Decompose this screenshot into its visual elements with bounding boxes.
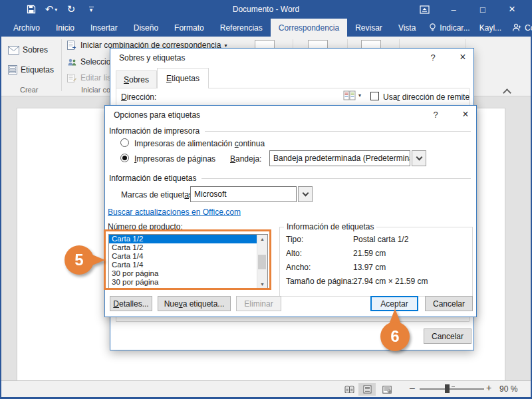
- dropdown-button[interactable]: [298, 186, 313, 202]
- tab-sobres[interactable]: Sobres: [116, 70, 157, 88]
- address-book-dropdown[interactable]: ▾: [343, 90, 361, 100]
- bandeja-combobox[interactable]: Bandeja predeterminada (Predeterminado): [269, 150, 426, 166]
- cancelar-button[interactable]: Cancelar: [425, 296, 473, 311]
- zoom-slider-track[interactable]: [420, 388, 484, 390]
- zoom-level[interactable]: 90 %: [499, 384, 517, 394]
- marcas-value: Microsoft: [190, 186, 297, 202]
- office-updates-link[interactable]: Buscar actualizaciones en Office.com: [108, 207, 241, 217]
- close-button[interactable]: ×: [497, 0, 527, 19]
- zoom-slider-thumb[interactable]: [445, 384, 450, 393]
- radio-impresoras-paginas[interactable]: [120, 154, 129, 162]
- address-book-icon: [343, 90, 356, 100]
- zoom-slider-tick: [452, 386, 455, 387]
- tellme-button[interactable]: Indicar...: [424, 19, 475, 37]
- etiquetas-button[interactable]: Etiquetas: [8, 65, 54, 74]
- editar-lista-label: Editar lis: [80, 73, 111, 82]
- tab-inicio[interactable]: Inicio: [48, 19, 82, 37]
- print-layout-icon[interactable]: [358, 383, 376, 396]
- eliminar-button[interactable]: Eliminar: [236, 296, 281, 311]
- bandeja-value: Bandeja predeterminada (Predeterminado): [269, 150, 410, 166]
- info-row-alto: Alto:21.59 cm: [286, 249, 386, 258]
- ribbon-divider: [61, 39, 62, 91]
- tab-vista[interactable]: Vista: [390, 19, 424, 37]
- radio-continua-label: Impresoras de alimentación continua: [134, 139, 265, 148]
- dialog-title: Opciones para etiquetas: [114, 110, 200, 120]
- group-crear-label: Crear: [20, 86, 39, 94]
- close-dialog-button[interactable]: ×: [456, 51, 470, 63]
- lightbulb-icon: [429, 23, 436, 32]
- tab-referencias[interactable]: Referencias: [212, 19, 271, 37]
- tellme-label: Indicar...: [440, 23, 469, 33]
- person-plus-icon: [512, 23, 521, 32]
- read-mode-icon[interactable]: [340, 383, 358, 396]
- tab-archivo[interactable]: Archivo: [5, 19, 48, 37]
- minimize-button[interactable]: –: [439, 0, 468, 19]
- maximize-button[interactable]: □: [468, 0, 497, 19]
- edit-list-icon: [67, 74, 77, 82]
- info-row-tipo: Tipo:Postal carta 1/2: [286, 235, 408, 244]
- usar-remite-label: Usar dirección de remite: [383, 92, 469, 102]
- highlight-box-product-list: [104, 229, 271, 290]
- collapse-ribbon-icon[interactable]: [503, 88, 511, 97]
- cancel-button-dialog1[interactable]: Cancelar: [424, 329, 471, 344]
- status-bar: – + 90 %: [1, 380, 531, 397]
- tab-insertar[interactable]: Insertar: [82, 19, 126, 37]
- user-name[interactable]: Kayl...: [475, 19, 505, 37]
- seleccionar-destinatarios-button[interactable]: Seleccio: [67, 57, 110, 66]
- save-icon[interactable]: [21, 1, 41, 17]
- marcas-label: Marcas de etiquetas:: [121, 190, 195, 200]
- chevron-down-icon: ▾: [358, 92, 361, 98]
- editar-lista-button[interactable]: Editar lis: [67, 73, 111, 82]
- tab-correspondencia[interactable]: Correspondencia: [271, 19, 347, 37]
- detalles-button[interactable]: Detalles...: [110, 296, 152, 311]
- redo-button[interactable]: ↻: [61, 1, 81, 17]
- help-button[interactable]: ?: [426, 51, 440, 63]
- sobres-label: Sobres: [23, 45, 48, 55]
- radio-impresoras-continua[interactable]: [120, 138, 129, 147]
- chevron-down-icon: [416, 154, 422, 160]
- web-layout-icon[interactable]: [378, 383, 396, 396]
- ribbon-display-options-icon[interactable]: [410, 0, 439, 19]
- etiquetas-label: Etiquetas: [21, 65, 54, 74]
- tab-diseno[interactable]: Diseño: [126, 19, 166, 37]
- title-bar: ↶▾ ↻ ▾ Documento - Word – □ ×: [1, 0, 531, 19]
- group-merge-label: Iniciar co: [81, 86, 110, 94]
- label-info-title: Información de etiquetas: [284, 222, 376, 231]
- mail-merge-icon: [67, 41, 77, 50]
- qat-customize-button[interactable]: ▾: [81, 1, 101, 17]
- label-info-groupbox: Información de etiquetas Tipo:Postal car…: [279, 227, 473, 297]
- undo-button[interactable]: ↶▾: [41, 1, 61, 17]
- labels-icon: [8, 65, 17, 74]
- qat-caret-icon: ▾: [90, 9, 93, 12]
- chevron-down-icon: [302, 190, 309, 196]
- tab-formato[interactable]: Formato: [166, 19, 212, 37]
- share-button[interactable]: Compartir: [505, 19, 532, 37]
- info-row-ancho: Ancho:13.97 cm: [286, 263, 386, 272]
- usar-remite-checkbox[interactable]: [370, 92, 379, 100]
- sobres-button[interactable]: Sobres: [8, 45, 48, 55]
- svg-text:5: 5: [74, 251, 83, 269]
- svg-text:6: 6: [390, 327, 399, 345]
- close-dialog-button[interactable]: ×: [458, 108, 473, 120]
- marcas-combobox[interactable]: Microsoft: [190, 186, 313, 202]
- share-label: Compartir: [525, 23, 532, 33]
- tab-etiquetas[interactable]: Etiquetas: [157, 68, 209, 88]
- help-button[interactable]: ?: [428, 108, 443, 120]
- zoom-in-button[interactable]: +: [486, 382, 491, 393]
- zoom-out-button[interactable]: –: [410, 382, 415, 393]
- tab-revisar[interactable]: Revisar: [347, 19, 390, 37]
- callout-step-6: 6: [376, 306, 414, 352]
- bandeja-label: Bandeja:: [230, 154, 261, 164]
- radio-paginas-label: Impresoras de páginas: [134, 154, 215, 164]
- word-window: ↶▾ ↻ ▾ Documento - Word – □ × Archivo In…: [0, 0, 532, 399]
- undo-icon: ↶: [45, 3, 54, 15]
- info-row-tamano: Tamaño de página:27.94 cm × 21.59 cm: [286, 277, 428, 286]
- printer-info-section: Información de impresora: [109, 126, 471, 136]
- undo-caret-icon: ▾: [55, 7, 57, 13]
- dropdown-button[interactable]: [412, 150, 426, 166]
- redo-icon: ↻: [67, 3, 76, 15]
- nueva-etiqueta-button[interactable]: Nueva etiqueta...: [158, 296, 231, 311]
- window-controls: – □ ×: [410, 0, 527, 19]
- recipients-icon: [67, 58, 77, 66]
- labels-info-section: Información de etiquetas: [109, 174, 471, 183]
